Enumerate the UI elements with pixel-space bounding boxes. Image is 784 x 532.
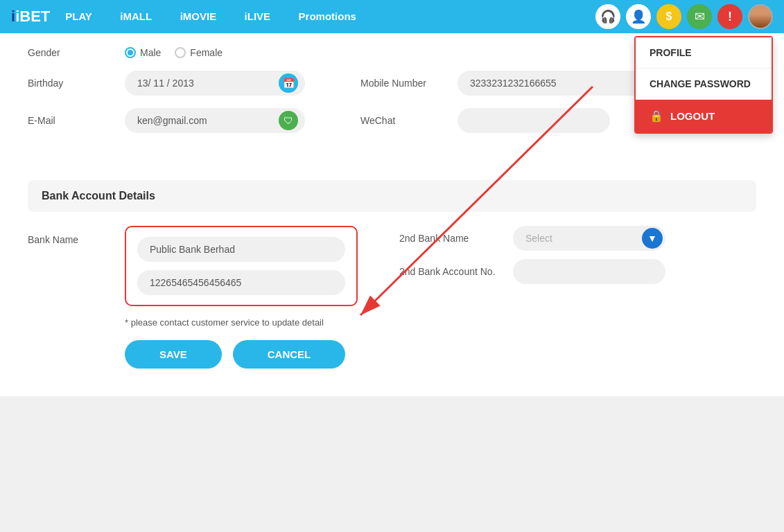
gender-female-radio[interactable] — [175, 47, 186, 58]
header-right: 🎧 👤 $ ✉ ! PROFILE CHANGE PASSWORD 🔒 LOGO… — [595, 4, 773, 29]
logo[interactable]: iiBET — [11, 8, 50, 26]
email-field-wrapper: 🛡 — [125, 108, 305, 133]
second-bank-account-row: 2nd Bank Account No. — [399, 259, 665, 284]
second-bank-account-input[interactable] — [513, 259, 665, 284]
nav-play[interactable]: PLAY — [53, 10, 105, 22]
bank-section: Bank Name 2nd Bank Name Select ▼ 2nd Ban… — [28, 226, 756, 306]
birthday-input[interactable] — [125, 71, 305, 96]
gender-radio-group: Male Female — [125, 47, 223, 58]
avatar-image — [749, 6, 772, 28]
nav-promotions[interactable]: Promotions — [286, 10, 369, 22]
birthday-field-wrapper: 📅 — [125, 71, 305, 96]
dropdown-change-password[interactable]: CHANGE PASSWORD — [636, 69, 772, 100]
second-bank-select-wrapper: Select ▼ — [513, 226, 665, 251]
mobile-section: Mobile Number — [360, 71, 652, 96]
wechat-input[interactable] — [458, 108, 610, 133]
wechat-label: WeChat — [360, 115, 444, 126]
dollar-icon[interactable]: $ — [656, 4, 681, 29]
email-icon[interactable]: ✉ — [687, 4, 712, 29]
main-nav: PLAY iMALL iMOVIE iLIVE Promotions — [53, 10, 369, 23]
footer-note: * please contact customer service to upd… — [125, 317, 756, 328]
gender-label: Gender — [28, 47, 111, 58]
action-buttons: SAVE CANCEL — [125, 340, 756, 369]
alert-icon[interactable]: ! — [717, 4, 742, 29]
spacer — [28, 145, 756, 166]
user-icon[interactable]: 👤 — [626, 4, 651, 29]
second-bank-name-label: 2nd Bank Name — [399, 233, 503, 244]
mobile-input[interactable] — [458, 71, 652, 96]
second-bank-section: 2nd Bank Name Select ▼ 2nd Bank Account … — [399, 226, 665, 284]
bank-account-input[interactable] — [137, 270, 345, 295]
email-label: E-Mail — [28, 115, 111, 126]
bank-inputs-box — [125, 226, 358, 306]
profile-dropdown: PROFILE CHANGE PASSWORD 🔒 LOGOUT — [634, 36, 773, 134]
nav-imall[interactable]: iMALL — [107, 10, 164, 22]
calendar-icon[interactable]: 📅 — [279, 73, 298, 93]
mobile-label: Mobile Number — [360, 78, 444, 89]
gender-male-option[interactable]: Male — [125, 47, 161, 58]
headset-icon[interactable]: 🎧 — [595, 4, 620, 29]
cancel-button[interactable]: CANCEL — [233, 340, 346, 369]
header: iiBET PLAY iMALL iMOVIE iLIVE Promotions… — [0, 0, 784, 33]
second-bank-name-row: 2nd Bank Name Select ▼ — [399, 226, 665, 251]
nav-ilive[interactable]: iLIVE — [232, 10, 284, 22]
second-bank-select[interactable]: Select — [513, 226, 665, 251]
nav-imovie[interactable]: iMOVIE — [168, 10, 229, 22]
email-verify-icon[interactable]: 🛡 — [279, 111, 298, 130]
dropdown-logout[interactable]: 🔒 LOGOUT — [636, 100, 772, 132]
gender-female-option[interactable]: Female — [175, 47, 223, 58]
gender-male-radio[interactable] — [125, 47, 136, 58]
bank-name-input[interactable] — [137, 237, 345, 262]
dropdown-profile[interactable]: PROFILE — [636, 37, 772, 69]
birthday-label: Birthday — [28, 78, 111, 89]
save-button[interactable]: SAVE — [125, 340, 222, 369]
bank-section-header: Bank Account Details — [28, 180, 756, 212]
email-input[interactable] — [125, 108, 305, 133]
avatar-icon[interactable] — [748, 4, 773, 29]
second-bank-account-label: 2nd Bank Account No. — [399, 266, 503, 277]
wechat-section: WeChat — [360, 108, 610, 133]
lock-icon: 🔒 — [650, 109, 663, 123]
bank-name-label: Bank Name — [28, 226, 111, 245]
